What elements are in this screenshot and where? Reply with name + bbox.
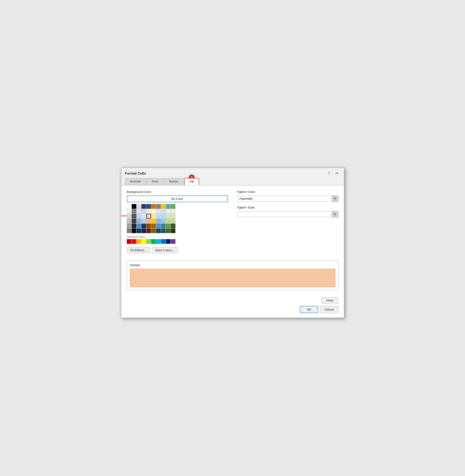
- color-cell[interactable]: [127, 223, 131, 228]
- color-cell[interactable]: [151, 209, 156, 213]
- color-cell[interactable]: [161, 214, 166, 218]
- color-cell[interactable]: [132, 219, 136, 223]
- title-bar-controls: ? ✕: [326, 170, 340, 177]
- color-cell[interactable]: [132, 209, 136, 213]
- color-cell[interactable]: [156, 219, 161, 223]
- standard-color-cell[interactable]: [146, 239, 151, 244]
- color-cell[interactable]: [137, 209, 141, 213]
- color-cell[interactable]: [171, 223, 175, 228]
- color-cell[interactable]: [166, 204, 170, 209]
- standard-color-cell[interactable]: [151, 239, 156, 244]
- more-colors-button[interactable]: More Colors...: [152, 247, 178, 253]
- color-cell[interactable]: [141, 223, 146, 228]
- color-cell[interactable]: [151, 204, 156, 209]
- color-row: [127, 209, 228, 213]
- color-cell[interactable]: [146, 204, 151, 209]
- pattern-style-arrow[interactable]: ▼: [332, 211, 338, 218]
- tab-font[interactable]: Font: [147, 178, 164, 185]
- color-cell[interactable]: [146, 214, 151, 218]
- color-cell[interactable]: [137, 219, 141, 223]
- clear-button[interactable]: Clear: [321, 297, 338, 304]
- color-cell[interactable]: [141, 214, 146, 218]
- close-button[interactable]: ✕: [333, 170, 340, 177]
- color-cell[interactable]: [151, 228, 156, 233]
- color-row: [127, 228, 228, 233]
- standard-color-cell[interactable]: [171, 239, 175, 244]
- help-button[interactable]: ?: [326, 170, 332, 177]
- color-cell[interactable]: [127, 214, 131, 218]
- color-cell[interactable]: [151, 223, 156, 228]
- standard-color-cell[interactable]: [132, 239, 136, 244]
- color-cell[interactable]: [161, 219, 166, 223]
- color-cell[interactable]: [171, 219, 175, 223]
- color-cell[interactable]: [156, 228, 161, 233]
- color-cell[interactable]: [156, 209, 161, 213]
- color-cell[interactable]: [166, 209, 170, 213]
- color-cell[interactable]: [127, 219, 131, 223]
- tab-number[interactable]: Number: [125, 178, 146, 185]
- color-cell[interactable]: [156, 223, 161, 228]
- standard-colors-row: [127, 239, 228, 244]
- color-cell[interactable]: [151, 214, 156, 218]
- color-cell[interactable]: [166, 214, 170, 218]
- color-cell[interactable]: [171, 214, 175, 218]
- sample-section: Sample: [127, 260, 338, 290]
- ok-button[interactable]: OK: [300, 306, 318, 313]
- color-cell[interactable]: [146, 223, 151, 228]
- pattern-style-select[interactable]: [237, 211, 332, 217]
- sample-label: Sample: [130, 263, 335, 267]
- color-grid-wrapper: 2 Standard Colors: [127, 204, 228, 244]
- standard-color-cell[interactable]: [127, 239, 131, 244]
- color-cell[interactable]: [151, 219, 156, 223]
- color-cell[interactable]: [161, 228, 166, 233]
- pattern-color-select[interactable]: Automatic: [237, 196, 332, 202]
- color-cell[interactable]: [132, 214, 136, 218]
- color-cell[interactable]: [127, 204, 131, 209]
- color-cell[interactable]: [146, 219, 151, 223]
- dialog-title: Format Cells: [125, 171, 146, 175]
- color-cell[interactable]: [137, 204, 141, 209]
- standard-color-cell[interactable]: [141, 239, 146, 244]
- tab-border[interactable]: Border: [164, 178, 184, 185]
- tab-fill-wrapper: 1 Fill: [184, 178, 199, 185]
- color-cell[interactable]: [146, 228, 151, 233]
- color-cell[interactable]: [141, 209, 146, 213]
- color-cell[interactable]: [161, 204, 166, 209]
- standard-color-cell[interactable]: [156, 239, 161, 244]
- color-cell[interactable]: [166, 219, 170, 223]
- color-cell[interactable]: [141, 204, 146, 209]
- color-cell[interactable]: [132, 228, 136, 233]
- color-cell[interactable]: [171, 204, 175, 209]
- dialog-body: Background Color: No Color 2: [121, 185, 344, 295]
- color-cell[interactable]: [137, 214, 141, 218]
- color-cell[interactable]: [166, 223, 170, 228]
- color-cell[interactable]: [132, 223, 136, 228]
- color-cell[interactable]: [132, 204, 136, 209]
- color-cell[interactable]: [127, 209, 131, 213]
- color-cell[interactable]: [161, 209, 166, 213]
- color-cell[interactable]: [137, 223, 141, 228]
- tab-fill[interactable]: Fill: [184, 178, 199, 185]
- color-cell[interactable]: [171, 209, 175, 213]
- fill-effects-button[interactable]: Fill Effects...: [127, 247, 150, 253]
- color-cell[interactable]: [171, 228, 175, 233]
- standard-color-cell[interactable]: [137, 239, 141, 244]
- color-cell[interactable]: [141, 228, 146, 233]
- color-cell[interactable]: [156, 214, 161, 218]
- color-cell[interactable]: [137, 228, 141, 233]
- action-buttons: Fill Effects... More Colors...: [127, 247, 228, 253]
- color-cell[interactable]: [146, 209, 151, 213]
- color-cell[interactable]: [166, 228, 170, 233]
- standard-color-cell[interactable]: [161, 239, 166, 244]
- standard-colors-label: Standard Colors: [127, 235, 228, 238]
- color-cell[interactable]: [127, 228, 131, 233]
- cancel-button[interactable]: Cancel: [320, 306, 338, 313]
- no-color-button[interactable]: No Color: [127, 195, 228, 202]
- background-color-label: Background Color:: [127, 190, 228, 194]
- color-cell[interactable]: [156, 204, 161, 209]
- color-cell[interactable]: [161, 223, 166, 228]
- fill-right-column: Pattern Color: Automatic ▼ Pattern Style…: [237, 190, 338, 253]
- standard-color-cell[interactable]: [166, 239, 170, 244]
- color-cell[interactable]: [141, 219, 146, 223]
- pattern-color-arrow[interactable]: ▼: [332, 195, 338, 202]
